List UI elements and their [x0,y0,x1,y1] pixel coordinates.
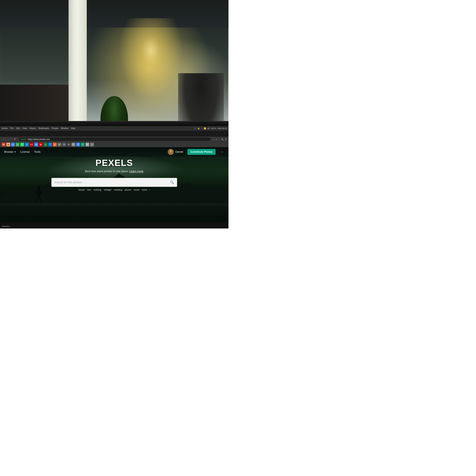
gcalendar-icon[interactable]: 31 [11,143,15,146]
pexels-navbar: Browse ▼ License Tools [0,147,228,156]
gmail-icon[interactable]: M [2,143,5,146]
tag-phone[interactable]: phone [125,188,131,191]
svg-line-5 [37,195,38,200]
site-title: PEXELS [4,158,224,168]
ext-icon-2[interactable]: T [48,143,52,146]
pinterest-icon[interactable]: P [218,138,220,140]
address-bar[interactable]: Secure https://www.pexels.com [18,137,211,141]
menu-history[interactable]: History [29,127,36,130]
ext-icon-5[interactable]: M [62,143,66,146]
dropbox-icon: ◈ [201,127,203,130]
close-tab-icon[interactable]: × [90,143,94,146]
chrome-os-bar: hrome File Edit View History Bookmarks P… [0,126,228,131]
settings-ext-icon[interactable]: ⚙ [85,143,89,146]
svg-line-7 [40,195,40,200]
tag-wood[interactable]: wood [134,188,139,191]
tag-meeting[interactable]: meeting [114,188,122,191]
menu-view[interactable]: View [22,127,27,130]
url-text: https://www.pexels.com [28,138,50,140]
address-bar-row: ← → ↺ Secure https://www.pexels.com ☆ ≡ … [0,137,228,142]
ext-icon-3[interactable]: ▸ [53,143,57,146]
ext-icon-4[interactable]: M [58,143,61,146]
telegram-icon[interactable]: ✈ [25,143,29,146]
more-options-button[interactable]: ··· [220,150,224,154]
window-glow [119,18,183,98]
menu-file[interactable]: File [10,127,14,130]
extension-icon-2[interactable]: ⚙ [225,138,227,140]
secure-icon: Secure [20,138,27,140]
extension-icon-1[interactable]: 🔧 [221,138,224,140]
browse-label: Browse [4,150,13,153]
website-content: Browse ▼ License Tools [0,147,228,222]
menu-help[interactable]: Help [71,127,75,130]
menu-window[interactable]: Window [61,127,68,130]
menu-bookmarks[interactable]: Bookmarks [38,127,49,130]
search-icon[interactable]: 🔍 [170,180,174,184]
user-menu[interactable]: Daniel [168,149,183,155]
chrome-ext1[interactable]: ◈ [34,143,38,146]
tag-training[interactable]: training [94,188,101,191]
ceiling [0,0,228,28]
more-tags-link[interactable]: more → [142,188,150,191]
gcalendar2-icon[interactable]: 31 [16,143,19,146]
back-button[interactable]: ← [2,137,5,141]
whatsapp-icon[interactable]: ✆ [20,143,24,146]
screen: hrome File Edit View History Bookmarks P… [0,126,228,222]
excel-icon[interactable]: xl [44,143,47,146]
svg-point-0 [37,186,40,190]
volume-icon: 🔊 [207,127,210,130]
hero-title-area: PEXELS Best free stock photos in one pla… [0,158,228,177]
ext-icon-6[interactable]: M [67,143,71,146]
forward-button[interactable]: → [7,137,11,141]
bookmark-icon[interactable]: ☆ [213,138,215,140]
menu-edit[interactable]: Edit [16,127,20,130]
svg-line-3 [35,191,37,194]
browse-nav-item[interactable]: Browse ▼ [4,150,16,153]
user-avatar [168,149,174,155]
battery-icon: 100 % [211,127,216,130]
reader-icon[interactable]: ≡ [216,138,217,140]
pdf-icon[interactable]: PDF [30,143,34,146]
extension-icons-bar: M ▲ 31 31 ✆ ✈ PDF [0,142,228,147]
license-nav-item[interactable]: License [20,150,30,153]
bottom-searches-label: Searches [2,225,10,227]
vpn-icon: 🔒 [197,127,200,130]
chrome-system-icons: 🛡 🔒 ◈ 📶 🔊 100 % Wed 16:15 [194,127,227,130]
monitor-container: hrome File Edit View History Bookmarks P… [0,121,228,228]
browse-dropdown-icon: ▼ [14,151,16,153]
wifi-icon: 📶 [204,127,206,130]
pexels-ext-icon[interactable]: P [81,143,85,146]
search-tags: house blur training vintage meeting phon… [51,188,177,191]
contribute-photos-button[interactable]: Contribute Photos [187,149,216,155]
tag-blur[interactable]: blur [87,188,91,191]
learn-more-link[interactable]: Learn more [130,170,143,173]
ext-icon-7[interactable]: ✦ [71,143,75,146]
svg-line-6 [36,200,37,202]
search-container: Search for free photos... 🔍 house blur t… [51,178,177,191]
tag-house[interactable]: house [78,188,85,191]
hero-section: Browse ▼ License Tools [0,147,228,222]
person-silhouette [32,186,46,205]
reload-button[interactable]: ↺ [13,137,17,141]
shield-icon: 🛡 [194,127,196,130]
tag-vintage[interactable]: vintage [104,188,111,191]
youtube-icon[interactable]: ▶ [39,143,43,146]
menu-chrome[interactable]: hrome [2,127,8,130]
tools-nav-item[interactable]: Tools [34,150,40,153]
hero-subtitle: Best free stock photos in one place. Lea… [4,170,224,173]
monitor-bezel: hrome File Edit View History Bookmarks P… [0,121,228,228]
subtitle-text: Best free stock photos in one place. [85,170,129,173]
clock: Wed 16:15 [218,127,227,130]
search-placeholder: Search for free photos... [54,181,168,184]
svg-point-10 [170,150,172,153]
username-label: Daniel [175,150,183,153]
svg-line-8 [40,200,42,202]
browser-right-icons: ☆ ≡ P 🔧 ⚙ [213,138,227,140]
ext-icon-8[interactable]: G [76,143,80,146]
menu-people[interactable]: People [52,127,58,130]
gdrive-icon[interactable]: ▲ [6,143,10,146]
chrome-menu: hrome File Edit View History Bookmarks P… [2,127,75,130]
search-bar[interactable]: Search for free photos... 🔍 [51,178,177,187]
